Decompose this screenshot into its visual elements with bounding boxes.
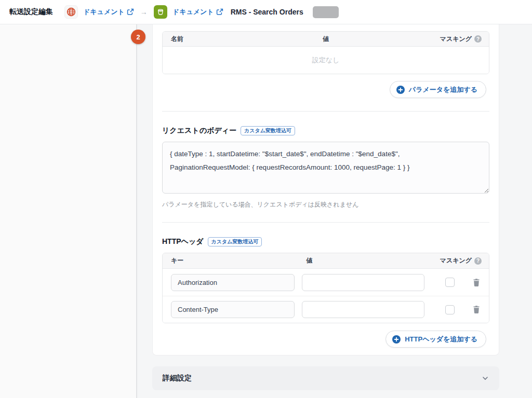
chevron-down-icon — [482, 375, 489, 382]
http-header-row — [163, 269, 489, 296]
section-divider — [162, 111, 489, 112]
http-header-table: キー 値 マスキング ? — [162, 253, 489, 323]
advanced-settings-title: 詳細設定 — [163, 374, 192, 383]
parameters-table-header: 名前 値 マスキング ? — [163, 32, 489, 47]
request-settings-card: 名前 値 マスキング ? 設定なし パラメータを追加する リクエストの — [152, 24, 499, 355]
delete-header-button[interactable] — [472, 278, 481, 287]
destination-doc-link[interactable]: ドキュメント — [172, 7, 223, 17]
masking-help-icon[interactable]: ? — [474, 257, 482, 265]
add-parameter-button[interactable]: パラメータを追加する — [390, 81, 486, 98]
globe-icon — [66, 7, 76, 17]
custom-variable-badge: カスタム変数埋込可 — [241, 126, 295, 135]
header-key-input[interactable] — [171, 274, 295, 291]
step-badge: 2 — [131, 30, 145, 44]
trash-icon — [472, 305, 481, 314]
parameters-table: 名前 値 マスキング ? 設定なし — [162, 31, 489, 74]
top-bar: 転送設定編集 ドキュメント → ドキュメント RMS - Search — [0, 0, 532, 24]
http-header-row — [163, 296, 489, 323]
custom-variable-badge: カスタム変数埋込可 — [208, 237, 262, 246]
redacted-badge — [313, 6, 339, 18]
external-link-icon — [127, 8, 134, 16]
add-http-header-button[interactable]: HTTPヘッダを追加する — [385, 331, 486, 348]
col-masking-label: マスキング — [440, 256, 472, 265]
plus-icon — [396, 86, 405, 94]
source-connector-chip — [64, 5, 78, 19]
col-value-label: 値 — [163, 35, 489, 44]
header-value-input[interactable] — [302, 301, 424, 318]
connection-name: RMS - Search Orders — [231, 8, 303, 16]
advanced-settings-accordion[interactable]: 詳細設定 — [152, 366, 499, 390]
flow-arrow: → — [140, 8, 148, 16]
add-parameter-label: パラメータを追加する — [409, 85, 477, 94]
request-body-title: リクエストのボディー — [162, 126, 236, 135]
col-value-label: 値 — [306, 256, 312, 265]
parameters-empty-state: 設定なし — [163, 47, 489, 74]
http-header-table-header: キー 値 マスキング ? — [163, 253, 489, 269]
delete-header-button[interactable] — [472, 305, 481, 314]
external-link-icon — [216, 8, 223, 16]
col-key-label: キー — [171, 256, 183, 265]
request-body-textarea[interactable]: { dateType : 1, startDatetime: "$start_d… — [162, 142, 489, 194]
trash-icon — [472, 278, 481, 287]
source-doc-link[interactable]: ドキュメント — [83, 7, 134, 17]
masking-checkbox[interactable] — [445, 278, 455, 287]
http-header-title: HTTPヘッダ — [162, 237, 204, 246]
section-divider — [162, 222, 489, 223]
plus-icon — [392, 335, 401, 344]
add-http-header-label: HTTPヘッダを追加する — [405, 335, 477, 344]
source-doc-link-label: ドキュメント — [83, 7, 125, 17]
header-key-input[interactable] — [171, 301, 295, 318]
bucket-icon — [156, 7, 165, 17]
destination-connector-chip — [154, 5, 167, 19]
destination-doc-link-label: ドキュメント — [172, 7, 214, 17]
masking-checkbox[interactable] — [445, 305, 455, 314]
header-value-input[interactable] — [302, 274, 424, 291]
left-panel — [0, 24, 137, 398]
request-body-note: パラメータを指定している場合、リクエストボディは反映されません — [162, 200, 489, 209]
page-title: 転送設定編集 — [9, 7, 53, 17]
